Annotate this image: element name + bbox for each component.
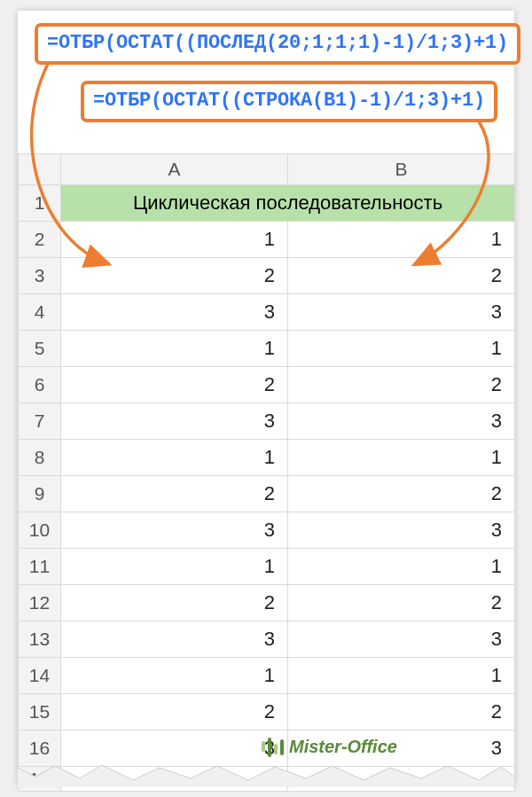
spreadsheet: A B 1 Циклическая последовательность 211… (18, 153, 514, 792)
table-row: 811 (19, 440, 515, 476)
grid: A B 1 Циклическая последовательность 211… (18, 153, 515, 792)
col-header-a-label: A (168, 159, 180, 179)
cell-b[interactable]: 2 (288, 585, 515, 621)
torn-edge (18, 761, 514, 787)
row-header[interactable]: 3 (19, 258, 61, 294)
table-row: 1522 (19, 694, 515, 731)
row-header[interactable]: 15 (19, 694, 61, 731)
cell-a[interactable]: 2 (61, 367, 288, 403)
cell-b[interactable]: 3 (288, 294, 515, 331)
row-header[interactable]: 9 (19, 476, 61, 512)
col-header-b[interactable]: B (288, 154, 515, 185)
cell-a[interactable]: 3 (61, 294, 288, 331)
formula-text-2: =ОТБР(ОСТАТ((СТРОКА(B1)-1)/1;3)+1) (93, 90, 485, 112)
table-row: 733 (19, 403, 515, 440)
cell-b[interactable]: 1 (288, 222, 515, 258)
cell-a[interactable]: 1 (61, 222, 288, 258)
row-header[interactable]: 7 (19, 403, 61, 440)
cell-b[interactable]: 2 (288, 476, 515, 512)
col-header-b-label: B (395, 159, 407, 179)
row-header[interactable]: 5 (19, 331, 61, 367)
row-header[interactable]: 13 (19, 621, 61, 658)
cell-b[interactable]: 2 (288, 367, 515, 403)
cell-b[interactable]: 1 (288, 549, 515, 585)
cell-a[interactable]: 1 (61, 331, 288, 367)
row-header[interactable]: 1 (19, 185, 61, 222)
formula-callout-1: =ОТБР(ОСТАТ((ПОСЛЕД(20;1;1;1)-1)/1;3)+1) (35, 24, 520, 64)
cell-a[interactable]: 2 (61, 476, 288, 512)
cell-a[interactable]: 3 (61, 403, 288, 440)
cell-a[interactable]: 1 (61, 658, 288, 694)
table-row: 622 (19, 367, 515, 403)
row-header[interactable]: 12 (19, 585, 61, 621)
table-row: 1111 (19, 549, 515, 585)
cell-a[interactable]: 2 (61, 258, 288, 294)
cell-b[interactable]: 1 (288, 440, 515, 476)
cell-a[interactable]: 1 (61, 549, 288, 585)
cell-a[interactable]: 2 (61, 694, 288, 731)
table-row: 922 (19, 476, 515, 512)
corner-cell[interactable] (19, 154, 61, 185)
cell-b[interactable]: 1 (288, 331, 515, 367)
table-row: 511 (19, 331, 515, 367)
row-header[interactable]: 6 (19, 367, 61, 403)
col-header-a[interactable]: A (61, 154, 288, 185)
cell-b[interactable]: 2 (288, 258, 515, 294)
formula-text-1: =ОТБР(ОСТАТ((ПОСЛЕД(20;1;1;1)-1)/1;3)+1) (47, 32, 508, 54)
cell-b[interactable]: 3 (288, 621, 515, 658)
cell-a[interactable]: 3 (61, 621, 288, 658)
row-header[interactable]: 2 (19, 222, 61, 258)
table-row: 433 (19, 294, 515, 331)
table-row: 1333 (19, 621, 515, 658)
cell-a[interactable]: 2 (61, 585, 288, 621)
row-header[interactable]: 8 (19, 440, 61, 476)
title-row: 1 Циклическая последовательность (19, 185, 515, 222)
cell-a[interactable]: 3 (61, 512, 288, 549)
cell-b[interactable]: 1 (288, 658, 515, 694)
table-row: 1222 (19, 585, 515, 621)
row-header[interactable]: 4 (19, 294, 61, 331)
table-row: 322 (19, 258, 515, 294)
table-title-cell[interactable]: Циклическая последовательность (61, 185, 515, 222)
table-row: 211 (19, 222, 515, 258)
table-row: 1033 (19, 512, 515, 549)
table-title: Циклическая последовательность (133, 191, 442, 214)
row-header[interactable]: 14 (19, 658, 61, 694)
cell-b[interactable]: 3 (288, 403, 515, 440)
formula-callout-2: =ОТБР(ОСТАТ((СТРОКА(B1)-1)/1;3)+1) (82, 82, 497, 121)
row-header[interactable]: 10 (19, 512, 61, 549)
cell-b[interactable]: 2 (288, 694, 515, 731)
page: =ОТБР(ОСТАТ((ПОСЛЕД(20;1;1;1)-1)/1;3)+1)… (18, 11, 514, 786)
table-row: 1411 (19, 658, 515, 694)
column-headers-row: A B (19, 154, 515, 185)
row-header[interactable]: 11 (19, 549, 61, 585)
cell-b[interactable]: 3 (288, 512, 515, 549)
cell-a[interactable]: 1 (61, 440, 288, 476)
